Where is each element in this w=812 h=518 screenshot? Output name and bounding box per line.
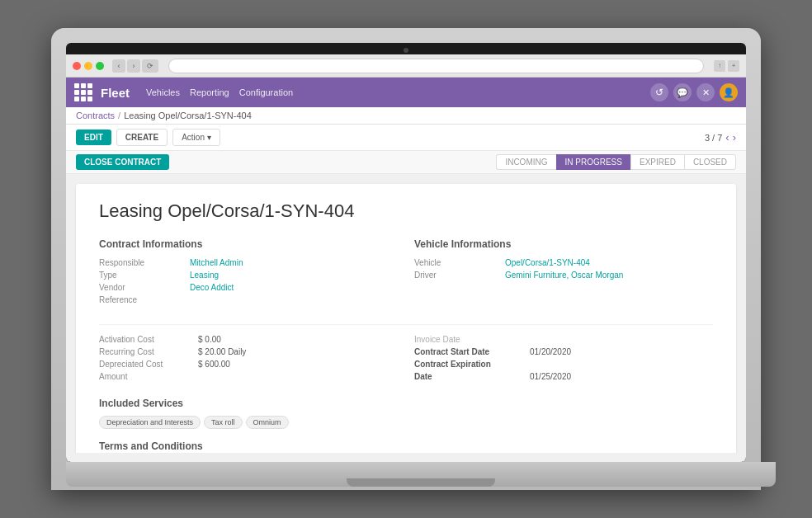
bookmark-icon[interactable]: + xyxy=(728,60,739,72)
terms-title: Terms and Conditions xyxy=(99,440,713,452)
app-menu: Vehicles Reporting Configuration xyxy=(146,87,293,97)
close-window-button[interactable] xyxy=(73,62,81,70)
divider xyxy=(99,324,713,325)
type-value[interactable]: Leasing xyxy=(190,271,219,280)
tag-tax-roll[interactable]: Tax roll xyxy=(204,416,243,429)
recurring-value: $ 20.00 Daily xyxy=(198,347,246,356)
responsible-label: Responsible xyxy=(99,258,190,267)
forward-button[interactable]: › xyxy=(127,59,140,73)
status-bar: CLOSE CONTRACT INCOMING IN PROGRESS EXPI… xyxy=(66,151,746,174)
app-bar: Fleet Vehicles Reporting Configuration ↺… xyxy=(66,78,746,107)
laptop-base xyxy=(66,462,776,487)
user-avatar[interactable]: 👤 xyxy=(720,83,738,101)
vehicle-info-section: Vehicle Informations Vehicle Opel/Corsa/… xyxy=(414,238,713,308)
terms-section: Terms and Conditions Daily leasing contr… xyxy=(99,440,713,453)
expiration-date-row: Date 01/25/2020 xyxy=(414,372,713,381)
contract-info-title: Contract Informations xyxy=(99,238,398,250)
breadcrumb: Contracts / Leasing Opel/Corsa/1-SYN-404 xyxy=(76,111,252,120)
status-tab-in-progress[interactable]: IN PROGRESS xyxy=(556,154,630,170)
start-date-row: Contract Start Date 01/20/2020 xyxy=(414,347,713,356)
edit-button[interactable]: EDIT xyxy=(76,130,111,145)
status-tab-incoming[interactable]: INCOMING xyxy=(496,154,555,170)
recurring-row: Recurring Cost $ 20.00 Daily xyxy=(99,347,398,356)
close-contract-button[interactable]: CLOSE CONTRACT xyxy=(76,154,169,170)
services-title: Included Services xyxy=(99,398,713,409)
action-button[interactable]: Action ▾ xyxy=(172,129,220,146)
expiration-label: Contract Expiration xyxy=(414,360,530,369)
breadcrumb-bar: Contracts / Leasing Opel/Corsa/1-SYN-404 xyxy=(66,107,746,125)
menu-reporting[interactable]: Reporting xyxy=(190,87,229,97)
back-button[interactable]: ‹ xyxy=(112,59,125,73)
cost-grid: Activation Cost $ 0.00 Recurring Cost $ … xyxy=(99,335,713,384)
amount-label: Amount xyxy=(99,372,198,381)
chat-icon[interactable]: 💬 xyxy=(673,83,692,101)
cost-section: Activation Cost $ 0.00 Recurring Cost $ … xyxy=(99,335,398,384)
start-date-label: Contract Start Date xyxy=(414,347,530,356)
maximize-window-button[interactable] xyxy=(96,62,104,70)
responsible-value[interactable]: Mitchell Admin xyxy=(190,258,243,267)
vehicle-row: Vehicle Opel/Corsa/1-SYN-404 xyxy=(414,258,713,267)
screen-content: ‹ › ⟳ ↑ + Fleet xyxy=(66,54,746,462)
vendor-value[interactable]: Deco Addict xyxy=(190,283,234,292)
menu-vehicles[interactable]: Vehicles xyxy=(146,87,180,97)
breadcrumb-contracts-link[interactable]: Contracts xyxy=(76,111,115,120)
browser-actions: ↑ + xyxy=(714,60,739,72)
laptop-outer: ‹ › ⟳ ↑ + Fleet xyxy=(51,28,761,490)
type-label: Type xyxy=(99,271,190,280)
breadcrumb-separator: / xyxy=(118,111,120,120)
activation-row: Activation Cost $ 0.00 xyxy=(99,335,398,344)
create-button[interactable]: CREATE xyxy=(116,129,168,146)
menu-configuration[interactable]: Configuration xyxy=(239,87,293,97)
status-tab-expired[interactable]: EXPIRED xyxy=(630,154,684,170)
vehicle-info-title: Vehicle Informations xyxy=(414,238,713,250)
app-name: Fleet xyxy=(101,86,130,100)
refresh-icon[interactable]: ↺ xyxy=(650,83,668,101)
screen-bezel: ‹ › ⟳ ↑ + Fleet xyxy=(66,43,746,462)
invoice-date-label: Invoice Date xyxy=(414,335,713,344)
amount-row: Amount xyxy=(99,372,398,381)
camera-dot xyxy=(404,48,408,53)
responsible-row: Responsible Mitchell Admin xyxy=(99,258,398,267)
status-tab-closed[interactable]: CLOSED xyxy=(684,154,736,170)
laptop-notch xyxy=(347,478,495,487)
driver-label: Driver xyxy=(414,271,505,280)
pagination: 3 / 7 ‹ › xyxy=(705,131,736,144)
vehicle-value[interactable]: Opel/Corsa/1-SYN-404 xyxy=(505,258,590,267)
app-bar-actions: ↺ 💬 ✕ 👤 xyxy=(650,83,738,101)
browser-nav: ‹ › ⟳ xyxy=(112,59,158,73)
pagination-next-button[interactable]: › xyxy=(733,131,736,144)
minimize-window-button[interactable] xyxy=(84,62,92,70)
activation-label: Activation Cost xyxy=(99,335,198,344)
vendor-label: Vendor xyxy=(99,283,190,292)
start-date-value: 01/20/2020 xyxy=(530,347,571,356)
close-icon[interactable]: ✕ xyxy=(696,83,715,101)
services-tags: Depreciation and Interests Tax roll Omni… xyxy=(99,416,713,429)
activation-value: $ 0.00 xyxy=(198,335,221,344)
recurring-label: Recurring Cost xyxy=(99,347,198,356)
browser-chrome: ‹ › ⟳ ↑ + xyxy=(66,54,746,78)
share-icon[interactable]: ↑ xyxy=(714,60,725,72)
pagination-prev-button[interactable]: ‹ xyxy=(725,131,729,144)
refresh-button[interactable]: ⟳ xyxy=(142,59,158,73)
action-label: Action xyxy=(182,133,205,142)
main-content: Leasing Opel/Corsa/1-SYN-404 Contract In… xyxy=(66,174,746,453)
breadcrumb-current: Leasing Opel/Corsa/1-SYN-404 xyxy=(124,111,252,120)
vendor-row: Vendor Deco Addict xyxy=(99,283,398,292)
expiration-date-label: Date xyxy=(414,372,530,381)
depreciated-label: Depreciated Cost xyxy=(99,360,198,369)
reference-label: Reference xyxy=(99,295,190,304)
tag-omnium[interactable]: Omnium xyxy=(246,416,289,429)
services-section: Included Services Depreciation and Inter… xyxy=(99,398,713,429)
address-bar[interactable] xyxy=(168,59,704,73)
action-chevron-icon: ▾ xyxy=(207,133,211,142)
expiration-date-value: 01/25/2020 xyxy=(530,372,571,381)
vehicle-label: Vehicle xyxy=(414,258,505,267)
contract-card: Leasing Opel/Corsa/1-SYN-404 Contract In… xyxy=(76,184,736,453)
toolbar: EDIT CREATE Action ▾ 3 / 7 ‹ › xyxy=(66,125,746,151)
apps-grid-icon[interactable] xyxy=(74,83,92,101)
traffic-lights xyxy=(73,62,104,70)
type-row: Type Leasing xyxy=(99,271,398,280)
depreciated-row: Depreciated Cost $ 600.00 xyxy=(99,360,398,369)
driver-value[interactable]: Gemini Furniture, Oscar Morgan xyxy=(505,271,623,280)
tag-depreciation[interactable]: Depreciation and Interests xyxy=(99,416,201,429)
